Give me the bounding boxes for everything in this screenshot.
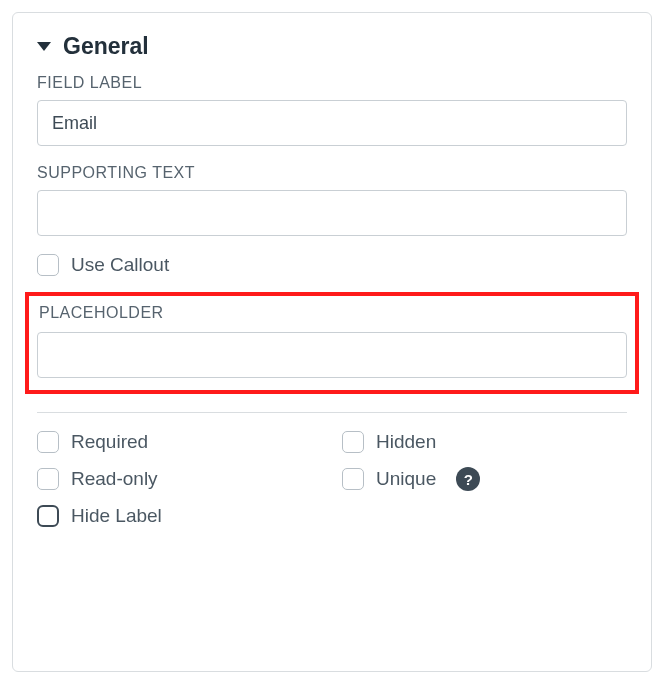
divider <box>37 412 627 413</box>
label-readonly: Read-only <box>71 468 158 490</box>
row-readonly: Read-only <box>37 467 322 491</box>
checkbox-readonly[interactable] <box>37 468 59 490</box>
caret-down-icon <box>37 42 51 51</box>
label-unique: Unique <box>376 468 436 490</box>
checkbox-use-callout[interactable] <box>37 254 59 276</box>
checkbox-hidden[interactable] <box>342 431 364 453</box>
input-supporting-text[interactable] <box>37 190 627 236</box>
row-unique: Unique ? <box>342 467 627 491</box>
label-placeholder: PLACEHOLDER <box>39 304 627 322</box>
label-field-label: FIELD LABEL <box>37 74 627 92</box>
highlight-placeholder: PLACEHOLDER <box>25 292 639 394</box>
row-hide-label: Hide Label <box>37 505 627 527</box>
options-grid: Required Hidden Read-only Unique ? Hide … <box>37 431 627 527</box>
label-required: Required <box>71 431 148 453</box>
checkbox-required[interactable] <box>37 431 59 453</box>
input-field-label[interactable] <box>37 100 627 146</box>
row-hidden: Hidden <box>342 431 627 453</box>
field-group-supporting-text: SUPPORTING TEXT <box>37 164 627 236</box>
section-header-general[interactable]: General <box>37 33 627 60</box>
field-group-field-label: FIELD LABEL <box>37 74 627 146</box>
label-use-callout: Use Callout <box>71 254 169 276</box>
row-required: Required <box>37 431 322 453</box>
checkbox-hide-label[interactable] <box>37 505 59 527</box>
label-hide-label: Hide Label <box>71 505 162 527</box>
checkbox-unique[interactable] <box>342 468 364 490</box>
row-use-callout: Use Callout <box>37 254 627 276</box>
section-title: General <box>63 33 149 60</box>
input-placeholder[interactable] <box>37 332 627 378</box>
general-panel: General FIELD LABEL SUPPORTING TEXT Use … <box>12 12 652 672</box>
help-icon[interactable]: ? <box>456 467 480 491</box>
label-supporting-text: SUPPORTING TEXT <box>37 164 627 182</box>
label-hidden: Hidden <box>376 431 436 453</box>
